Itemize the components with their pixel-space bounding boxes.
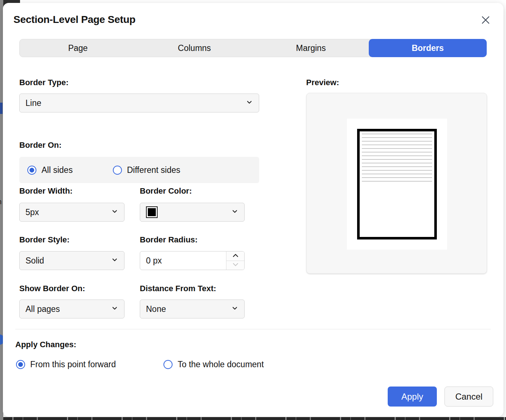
border-width-label: Border Width:: [19, 186, 72, 196]
show-border-on-label: Show Border On:: [19, 284, 85, 293]
close-icon: [481, 15, 491, 26]
chevron-down-icon: [231, 208, 238, 217]
radio-unselected-icon: [163, 360, 173, 369]
chevron-up-icon: [232, 253, 239, 259]
show-border-on-select[interactable]: All pages: [19, 300, 124, 318]
preview-text-lines: [362, 134, 432, 185]
stepper-increment-button[interactable]: [226, 251, 244, 261]
border-radius-label: Border Radius:: [140, 235, 198, 245]
border-type-select[interactable]: Line: [19, 94, 259, 112]
preview-label: Preview:: [306, 78, 339, 87]
background-clipped-text-band: [0, 417, 506, 420]
preview-page-border: [357, 129, 437, 239]
tab-margins[interactable]: Margins: [253, 39, 369, 57]
preview-page: [347, 119, 447, 250]
chevron-down-icon: [231, 305, 238, 313]
color-swatch-black: [146, 206, 158, 218]
background-blue-fragment: [0, 103, 3, 114]
stepper-decrement-button[interactable]: [226, 261, 244, 270]
tab-bar: Page Columns Margins Borders: [19, 39, 487, 57]
chevron-down-icon: [111, 305, 118, 313]
chevron-down-icon: [246, 99, 253, 107]
preview-panel: [306, 93, 487, 274]
apply-changes-label: Apply Changes:: [15, 340, 76, 349]
border-color-select[interactable]: [140, 203, 245, 222]
distance-from-text-select[interactable]: None: [140, 300, 245, 318]
border-on-group: All sides Different sides: [19, 157, 259, 183]
border-color-label: Border Color:: [140, 186, 192, 196]
border-on-label: Border On:: [19, 140, 62, 150]
radio-different-sides[interactable]: Different sides: [113, 165, 181, 175]
tab-page[interactable]: Page: [20, 39, 136, 57]
tab-borders[interactable]: Borders: [369, 39, 487, 57]
radius-stepper: [226, 251, 244, 270]
tab-columns[interactable]: Columns: [136, 39, 253, 57]
distance-from-text-label: Distance From Text:: [140, 284, 216, 293]
radio-all-sides[interactable]: All sides: [27, 165, 73, 175]
border-radius-input[interactable]: 0 px: [140, 251, 245, 270]
apply-button[interactable]: Apply: [388, 387, 437, 407]
cancel-button[interactable]: Cancel: [444, 387, 493, 407]
radio-selected-icon: [16, 360, 25, 369]
footer-divider: [15, 329, 491, 329]
border-width-select[interactable]: 5px: [19, 203, 124, 222]
radio-from-this-point-forward[interactable]: From this point forward: [16, 360, 116, 369]
border-type-label: Border Type:: [19, 78, 68, 87]
chevron-down-icon: [111, 256, 118, 265]
border-style-select[interactable]: Solid: [19, 251, 124, 270]
radio-to-the-whole-document[interactable]: To the whole document: [163, 360, 264, 369]
background-text-fragment: m: [0, 198, 2, 205]
chevron-down-icon: [111, 208, 118, 217]
dialog-title: Section-Level Page Setup: [13, 14, 135, 25]
close-button[interactable]: [479, 14, 492, 27]
border-style-label: Border Style:: [19, 235, 70, 245]
section-page-setup-dialog: Section-Level Page Setup Page Columns Ma…: [3, 3, 503, 417]
radio-selected-icon: [27, 166, 36, 175]
chevron-down-icon: [232, 262, 239, 268]
radio-unselected-icon: [113, 166, 122, 175]
